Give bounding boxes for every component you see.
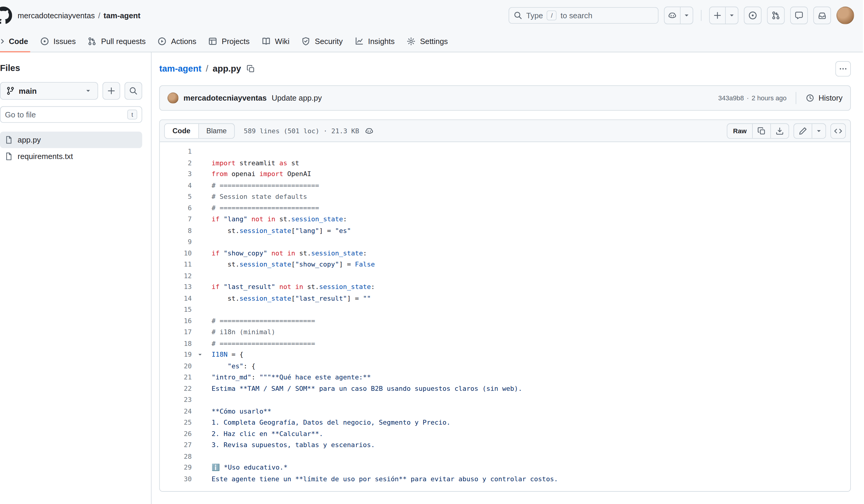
line-number[interactable]: 14 — [160, 293, 192, 304]
line-number[interactable]: 8 — [160, 225, 192, 236]
create-new-dropdown-button[interactable] — [725, 7, 738, 24]
add-file-button[interactable] — [103, 82, 120, 100]
commit-author-avatar[interactable] — [168, 93, 179, 103]
tab-issues[interactable]: Issues — [36, 31, 80, 52]
line-number[interactable]: 21 — [160, 372, 192, 383]
tab-settings[interactable]: Settings — [403, 31, 453, 52]
code-line-1[interactable]: 1 — [160, 146, 850, 157]
copilot-button[interactable] — [664, 7, 693, 24]
line-number[interactable]: 23 — [160, 394, 192, 406]
line-number[interactable]: 1 — [160, 146, 192, 157]
code-line-12[interactable]: 12 — [160, 270, 850, 282]
discussions-button[interactable] — [790, 7, 808, 24]
tab-actions[interactable]: Actions — [154, 31, 201, 52]
code-line-18[interactable]: 18# ======================== — [160, 338, 850, 349]
goto-file-input[interactable]: Go to file t — [0, 106, 142, 123]
commit-author[interactable]: mercadotecniayventas — [183, 94, 267, 102]
code-line-25[interactable]: 251. Completa Geografía, Datos del negoc… — [160, 417, 850, 428]
code-line-16[interactable]: 16# ======================== — [160, 315, 850, 327]
code-tab[interactable]: Code — [165, 124, 199, 138]
github-logo-icon[interactable] — [0, 7, 12, 24]
breadcrumb-owner-link[interactable]: mercadotecniayventas — [18, 11, 95, 20]
line-number[interactable]: 28 — [160, 451, 192, 462]
line-number[interactable]: 18 — [160, 338, 192, 349]
file-tree-item-app.py[interactable]: app.py — [0, 132, 142, 148]
line-number[interactable]: 10 — [160, 247, 192, 259]
line-number[interactable]: 19 — [160, 349, 192, 360]
line-number[interactable]: 9 — [160, 236, 192, 248]
line-number[interactable]: 16 — [160, 315, 192, 327]
fold-toggle[interactable] — [192, 349, 212, 360]
notifications-button[interactable] — [813, 7, 831, 24]
line-number[interactable]: 22 — [160, 383, 192, 394]
issues-button[interactable] — [744, 7, 761, 24]
line-number[interactable]: 11 — [160, 259, 192, 270]
create-new-button[interactable] — [709, 7, 738, 24]
line-number[interactable]: 2 — [160, 157, 192, 169]
code-line-24[interactable]: 24**Cómo usarlo** — [160, 405, 850, 417]
code-line-13[interactable]: 13if "last_result" not in st.session_sta… — [160, 282, 850, 293]
commit-message[interactable]: Update app.py — [272, 94, 322, 102]
code-line-20[interactable]: 20 "es": { — [160, 360, 850, 372]
code-line-6[interactable]: 6# ========================= — [160, 202, 850, 214]
code-line-15[interactable]: 15 — [160, 304, 850, 315]
code-line-4[interactable]: 4# ========================= — [160, 180, 850, 191]
code-line-8[interactable]: 8 st.session_state["lang"] = "es" — [160, 225, 850, 236]
pull-requests-button[interactable] — [767, 7, 784, 24]
code-line-28[interactable]: 28 — [160, 451, 850, 462]
code-line-22[interactable]: 22Estima **TAM / SAM / SOM** para un cas… — [160, 383, 850, 394]
line-number[interactable]: 30 — [160, 473, 192, 484]
history-link[interactable]: History — [806, 94, 842, 102]
code-line-11[interactable]: 11 st.session_state["show_copy"] = False — [160, 259, 850, 270]
download-raw-button[interactable] — [770, 124, 789, 138]
code-line-14[interactable]: 14 st.session_state["last_result"] = "" — [160, 293, 850, 304]
line-number[interactable]: 5 — [160, 191, 192, 202]
raw-button[interactable]: Raw — [728, 124, 752, 138]
edit-dropdown-button[interactable] — [812, 124, 825, 138]
search-files-button[interactable] — [125, 82, 142, 100]
file-tree-item-requirements.txt[interactable]: requirements.txt — [0, 148, 142, 165]
copilot-dropdown-button[interactable] — [680, 7, 693, 24]
line-number[interactable]: 3 — [160, 169, 192, 180]
breadcrumb-repo-link[interactable]: tam-agent — [104, 11, 141, 20]
tab-projects[interactable]: Projects — [204, 31, 254, 52]
line-number[interactable]: 6 — [160, 202, 192, 214]
blame-tab[interactable]: Blame — [199, 124, 235, 138]
tab-insights[interactable]: Insights — [350, 31, 399, 52]
line-number[interactable]: 27 — [160, 439, 192, 451]
code-line-7[interactable]: 7if "lang" not in st.session_state: — [160, 213, 850, 225]
line-number[interactable]: 20 — [160, 360, 192, 372]
code-line-29[interactable]: 29ℹ️ *Uso educativo.* — [160, 462, 850, 474]
code-line-10[interactable]: 10if "show_copy" not in st.session_state… — [160, 247, 850, 259]
tab-wiki[interactable]: Wiki — [257, 31, 294, 52]
line-number[interactable]: 15 — [160, 304, 192, 315]
copy-path-button[interactable] — [245, 63, 256, 74]
code-line-27[interactable]: 273. Revisa supuestos, tablas y escenari… — [160, 439, 850, 451]
edit-file-button[interactable] — [794, 124, 812, 138]
commit-sha[interactable]: 343a9b8 — [718, 94, 744, 102]
line-number[interactable]: 29 — [160, 462, 192, 474]
code-line-21[interactable]: 21"intro_md": """**Qué hace este agente:… — [160, 372, 850, 383]
copilot-code-button[interactable] — [363, 125, 375, 136]
code-line-30[interactable]: 30Este agente tiene un **límite de uso p… — [160, 473, 850, 484]
copy-raw-button[interactable] — [752, 124, 770, 138]
code-line-2[interactable]: 2import streamlit as st — [160, 157, 850, 169]
line-number[interactable]: 26 — [160, 428, 192, 440]
global-search-input[interactable]: Type / to search — [508, 7, 658, 24]
symbols-panel-button[interactable] — [830, 123, 846, 138]
line-number[interactable]: 25 — [160, 417, 192, 428]
line-number[interactable]: 24 — [160, 405, 192, 417]
code-line-19[interactable]: 19I18N = { — [160, 349, 850, 360]
line-number[interactable]: 12 — [160, 270, 192, 282]
code-line-23[interactable]: 23 — [160, 394, 850, 406]
code-line-3[interactable]: 3from openai import OpenAI — [160, 169, 850, 180]
code-line-17[interactable]: 17# i18n (minimal) — [160, 327, 850, 338]
tab-security[interactable]: Security — [297, 31, 347, 52]
line-number[interactable]: 7 — [160, 213, 192, 225]
line-number[interactable]: 13 — [160, 282, 192, 293]
code-line-5[interactable]: 5# Session state defaults — [160, 191, 850, 202]
line-number[interactable]: 4 — [160, 180, 192, 191]
more-options-button[interactable] — [835, 61, 851, 76]
tab-code[interactable]: Code — [0, 31, 32, 52]
tab-pull-requests[interactable]: Pull requests — [84, 31, 150, 52]
